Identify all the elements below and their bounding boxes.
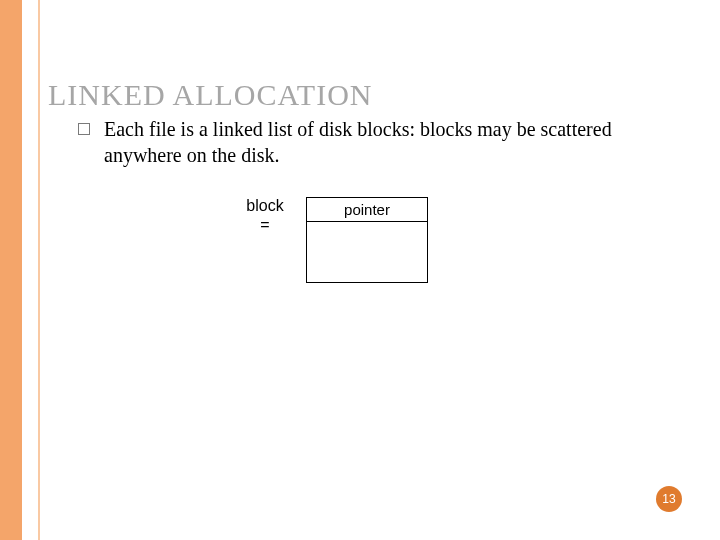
block-diagram: pointer bbox=[306, 197, 428, 283]
page-number-badge: 13 bbox=[656, 486, 682, 512]
accent-sidebar bbox=[0, 0, 22, 540]
slide-title: LINKED ALLOCATION bbox=[48, 78, 372, 112]
bullet-marker bbox=[78, 123, 90, 135]
block-label-line1: block bbox=[246, 197, 283, 214]
bullet-text: Each file is a linked list of disk block… bbox=[104, 116, 680, 168]
block-body-cell bbox=[307, 222, 427, 282]
block-label: block = bbox=[240, 196, 290, 234]
bullet-item: Each file is a linked list of disk block… bbox=[78, 116, 680, 168]
accent-line bbox=[38, 0, 40, 540]
block-pointer-cell: pointer bbox=[307, 198, 427, 222]
block-label-line2: = bbox=[260, 216, 269, 233]
